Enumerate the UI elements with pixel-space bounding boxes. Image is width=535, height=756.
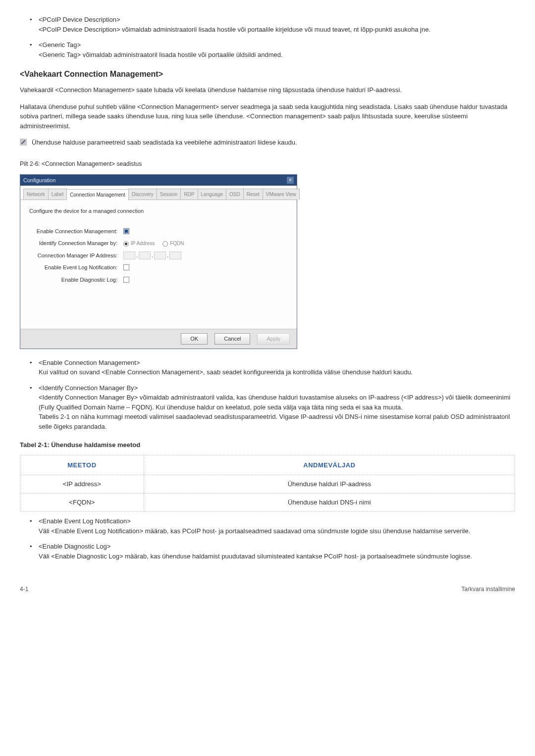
tab-language[interactable]: Language	[198, 189, 227, 200]
table-row: <IP address> Ühenduse halduri IP-aadress	[20, 475, 515, 494]
tab-label[interactable]: Label	[48, 189, 67, 200]
checkbox-event-log[interactable]	[123, 264, 129, 270]
section-paragraph: Hallatava ühenduse puhul suhtleb väline …	[20, 102, 515, 131]
item-title: <Enable Diagnostic Log>	[39, 542, 515, 552]
item-body: Väli <Enable Event Log Notification> mää…	[39, 526, 515, 536]
page-footer: 4-1 Tarkvara installimine	[20, 581, 515, 594]
ok-button[interactable]: OK	[181, 333, 208, 345]
note: Ühenduse halduse parameetreid saab seadi…	[20, 138, 515, 148]
footer-left: 4-1	[20, 585, 28, 594]
list-item: <Enable Diagnostic Log> Väli <Enable Dia…	[30, 542, 515, 561]
row-identify-by: Identify Connection Manager by: IP Addre…	[29, 239, 288, 248]
section-heading: <Vahekaart Connection Management>	[20, 68, 515, 80]
radio-option-ip[interactable]: IP Address	[123, 240, 155, 247]
cell-fields: Ühenduse halduri DNS-i nimi	[144, 493, 515, 511]
cell-fields: Ühenduse halduri IP-aadress	[144, 475, 515, 494]
tab-rdp[interactable]: RDP	[180, 189, 198, 200]
radio-icon	[123, 241, 129, 247]
label-enable-cm: Enable Connection Management:	[29, 227, 123, 236]
close-icon[interactable]: ×	[287, 177, 294, 184]
label-event-log: Enable Event Log Notification:	[29, 263, 123, 272]
item-title: <Enable Event Log Notification>	[39, 516, 515, 526]
dialog-titlebar: Configuration ×	[20, 175, 297, 186]
cell-method: <IP address>	[20, 475, 144, 494]
item-title: <Identify Connection Manager By>	[39, 383, 515, 393]
item-body: <PCoIP Device Description> võimaldab adm…	[39, 25, 515, 35]
tab-network[interactable]: Network	[23, 189, 49, 200]
note-text: Ühenduse halduse parameetreid saab seadi…	[32, 138, 297, 148]
list-item: <PCoIP Device Description> <PCoIP Device…	[30, 15, 515, 34]
label-identify-by: Identify Connection Manager by:	[29, 239, 123, 248]
ip-address-input[interactable]: . . .	[123, 252, 181, 260]
item-body: <Generic Tag> võimaldab administraatoril…	[39, 50, 515, 60]
list-item: <Enable Connection Management> Kui valit…	[30, 358, 515, 377]
row-cm-ip: Connection Manager IP Address: . . .	[29, 252, 288, 260]
top-bullet-list: <PCoIP Device Description> <PCoIP Device…	[20, 15, 515, 59]
list-item: <Enable Event Log Notification> Väli <En…	[30, 516, 515, 536]
configuration-dialog: Configuration × Network Label Connection…	[20, 174, 297, 349]
item-body: Väli <Enable Diagnostic Log> määrab, kas…	[39, 552, 515, 561]
item-body: Kui valitud on suvand <Enable Connection…	[39, 367, 515, 377]
ip-octet[interactable]	[123, 252, 135, 259]
tab-vmware-view[interactable]: VMware View	[263, 189, 300, 200]
tab-session[interactable]: Session	[157, 189, 181, 200]
tab-discovery[interactable]: Discovery	[128, 189, 157, 200]
final-bullet-list: <Enable Event Log Notification> Väli <En…	[20, 516, 515, 561]
table-row: <FQDN> Ühenduse halduri DNS-i nimi	[20, 493, 515, 511]
tab-reset[interactable]: Reset	[243, 189, 263, 200]
item-body: <Identify Connection Manager By> võimald…	[39, 393, 515, 412]
item-title: <Generic Tag>	[39, 40, 515, 50]
cell-method: <FQDN>	[20, 493, 144, 511]
figure-caption: Pilt 2-6: <Connection Management> seadis…	[20, 159, 515, 168]
row-diag-log: Enable Diagnostic Log:	[29, 276, 288, 284]
ip-octet[interactable]	[154, 252, 166, 259]
section-paragraph: Vahekaardil <Connection Management> saat…	[20, 85, 515, 95]
dialog-tabs: Network Label Connection Management Disc…	[20, 186, 297, 200]
ip-octet[interactable]	[139, 252, 151, 259]
checkbox-diag-log[interactable]	[123, 277, 129, 283]
ip-octet[interactable]	[169, 252, 181, 259]
radio-option-fqdn[interactable]: FQDN	[162, 240, 184, 247]
label-diag-log: Enable Diagnostic Log:	[29, 276, 123, 284]
table-caption: Tabel 2-1: Ühenduse haldamise meetod	[20, 440, 515, 450]
col-header-method: MEETOD	[20, 455, 144, 475]
radio-icon	[162, 241, 168, 247]
col-header-fields: ANDMEVÄLJAD	[144, 455, 515, 475]
radio-group-identify: IP Address FQDN	[123, 240, 184, 247]
dialog-footer: OK Cancel Apply	[20, 329, 297, 349]
list-item: <Generic Tag> <Generic Tag> võimaldab ad…	[30, 40, 515, 59]
dialog-body: Configure the device for a managed conne…	[20, 200, 297, 329]
checkbox-enable-cm[interactable]	[123, 228, 129, 234]
row-enable-cm: Enable Connection Management:	[29, 227, 288, 236]
list-item: <Identify Connection Manager By> <Identi…	[30, 383, 515, 432]
tab-connection-management[interactable]: Connection Management	[66, 189, 129, 200]
dialog-title: Configuration	[23, 176, 55, 185]
methods-table: MEETOD ANDMEVÄLJAD <IP address> Ühenduse…	[20, 455, 515, 512]
footer-right: Tarkvara installimine	[461, 585, 515, 594]
label-cm-ip: Connection Manager IP Address:	[29, 252, 123, 260]
cancel-button[interactable]: Cancel	[214, 333, 250, 345]
tab-osd[interactable]: OSD	[226, 189, 244, 200]
dialog-intro: Configure the device for a managed conne…	[29, 207, 288, 215]
apply-button[interactable]: Apply	[257, 333, 290, 345]
item-body-extra: Tabelis 2-1 on näha kummagi meetodi vali…	[39, 412, 515, 431]
after-bullet-list: <Enable Connection Management> Kui valit…	[20, 358, 515, 432]
row-event-log: Enable Event Log Notification:	[29, 263, 288, 272]
item-title: <PCoIP Device Description>	[39, 15, 515, 25]
note-icon	[20, 139, 27, 146]
item-title: <Enable Connection Management>	[39, 358, 515, 368]
